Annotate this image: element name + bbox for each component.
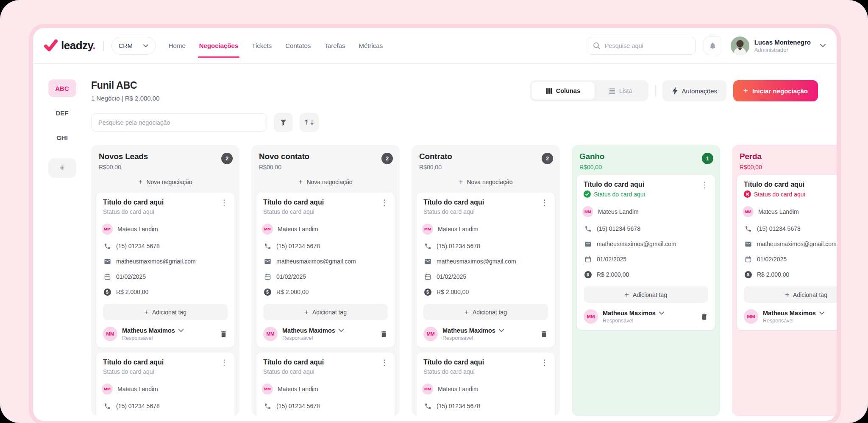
funnel-item-ghi[interactable]: GHI xyxy=(48,129,76,146)
date-value: 01/02/2025 xyxy=(597,256,626,263)
new-deal-button[interactable]: + Nova negociação xyxy=(91,174,239,192)
funnel-item-abc[interactable]: ABC xyxy=(48,79,76,97)
add-tag-button[interactable]: + Adicionat tag xyxy=(584,286,708,303)
nav-item-home[interactable]: Home xyxy=(168,40,186,51)
view-toggle-columns[interactable]: Colunas xyxy=(531,82,595,100)
owner-select[interactable]: Matheus Maximos xyxy=(763,310,824,317)
profile-name: Lucas Montenegro xyxy=(754,39,811,46)
column-header: Perda R$00,00 xyxy=(732,145,837,174)
card-status-text: Status do card aqui xyxy=(754,191,805,198)
nav-item-contatos[interactable]: Contatos xyxy=(285,40,311,51)
card-rows: MM Mateus Landim (15) 01234 5678 matheus… xyxy=(744,202,837,282)
delete-card-button[interactable] xyxy=(380,330,388,338)
card-status: Status do card aqui xyxy=(744,190,837,198)
plus-icon: + xyxy=(138,178,142,186)
calendar-icon xyxy=(424,273,431,280)
owner-name: Matheus Maximos xyxy=(442,327,495,334)
nav-item-tickets[interactable]: Tickets xyxy=(251,40,272,51)
card-rows: MM Mateus Landim (15) 01234 5678 xyxy=(263,379,388,414)
card-contact-row: MM Mateus Landim xyxy=(263,219,388,238)
phone-icon xyxy=(424,243,431,250)
card-menu-button[interactable]: ⋮ xyxy=(379,198,389,207)
list-icon xyxy=(609,88,615,94)
nav-item-negociacoes[interactable]: Negociações xyxy=(199,40,239,51)
card-amount-row: $ R$ 2.000,00 xyxy=(744,267,837,282)
card-status-text: Status do card aqui xyxy=(594,191,645,198)
columns-icon xyxy=(546,88,552,94)
card-menu-button[interactable]: ⋮ xyxy=(540,358,550,367)
add-tag-button[interactable]: + Adicionat tag xyxy=(744,286,837,303)
column-heading: Novo contato R$00,00 xyxy=(259,152,309,171)
column-title: Contrato xyxy=(419,152,452,161)
owner-name: Matheus Maximos xyxy=(603,310,656,317)
contact-name: Mateus Landim xyxy=(438,386,479,392)
column-title: Novo contato xyxy=(259,152,309,161)
owner-role: Responsável xyxy=(122,335,184,341)
lightning-icon xyxy=(672,87,678,95)
card-date-row: 01/02/2025 xyxy=(744,252,837,267)
deal-card[interactable]: Título do card aqui Status do card aqui … xyxy=(96,193,234,347)
bell-icon xyxy=(709,42,717,50)
card-title: Título do card aqui xyxy=(423,199,548,206)
card-menu-button[interactable]: ⋮ xyxy=(540,198,550,207)
card-menu-button[interactable]: ⋮ xyxy=(219,358,229,367)
deal-card[interactable]: Título do card aqui Status do card aqui … xyxy=(96,353,234,416)
filter-icon xyxy=(280,119,287,126)
contact-avatar: MM xyxy=(582,206,593,217)
plus-icon: + xyxy=(743,86,748,95)
new-deal-button[interactable]: + Nova negociação xyxy=(251,174,400,192)
deal-card[interactable]: Título do card aqui Status do card aqui … xyxy=(417,193,555,347)
deal-card[interactable]: Título do card aqui Status do card aqui … xyxy=(577,175,715,330)
card-contact-row: MM Mateus Landim xyxy=(103,219,228,238)
new-deal-button[interactable]: + Nova negociação xyxy=(412,174,560,192)
deal-card[interactable]: Título do card aqui Status do card aqui … xyxy=(256,353,395,416)
deal-card[interactable]: Título do card aqui Status do card aqui … xyxy=(737,175,837,330)
contact-name: Mateus Landim xyxy=(278,386,318,392)
owner-select[interactable]: Matheus Maximos xyxy=(442,327,504,334)
card-footer: MM Matheus Maximos Responsável xyxy=(263,327,388,341)
delete-card-button[interactable] xyxy=(220,330,228,338)
nav-item-metricas[interactable]: Métricas xyxy=(359,40,384,51)
add-funnel-button[interactable]: + xyxy=(48,158,76,178)
card-phone-row: (15) 01234 5678 xyxy=(103,238,228,254)
workspace-select[interactable]: CRM xyxy=(111,37,156,55)
card-menu-button[interactable]: ⋮ xyxy=(700,180,710,189)
card-email-row: matheusmaximos@gmail.com xyxy=(263,254,388,269)
start-negotiation-button[interactable]: + Iniciar negociação xyxy=(733,80,818,101)
phone-value: (15) 01234 5678 xyxy=(757,225,801,232)
nav-item-tarefas[interactable]: Tarefas xyxy=(324,40,345,51)
card-rows: MM Mateus Landim (15) 01234 5678 matheus… xyxy=(103,219,228,300)
delete-card-button[interactable] xyxy=(540,330,548,338)
amount-value: R$ 2.000,00 xyxy=(597,271,629,278)
email-value: matheusmaximos@gmail.com xyxy=(757,241,837,247)
card-status-text: Status do card aqui xyxy=(423,368,475,375)
notifications-button[interactable] xyxy=(704,36,722,55)
sort-button[interactable]: ↑↓ xyxy=(300,113,319,132)
filter-button[interactable] xyxy=(274,113,293,132)
cards: Título do card aqui Status do card aqui … xyxy=(732,174,837,335)
deal-search-input[interactable] xyxy=(98,119,260,126)
owner-select[interactable]: Matheus Maximos xyxy=(122,327,184,334)
deal-card[interactable]: Título do card aqui Status do card aqui … xyxy=(417,353,555,416)
owner-name: Matheus Maximos xyxy=(282,327,335,334)
profile-menu[interactable]: Lucas Montenegro Administrador xyxy=(731,36,826,55)
funnel-item-def[interactable]: DEF xyxy=(48,104,76,122)
add-tag-button[interactable]: + Adicionat tag xyxy=(103,304,228,320)
card-status: Status do card aqui xyxy=(423,368,548,375)
card-email-row: matheusmaximos@gmail.com xyxy=(744,236,837,252)
contact-avatar: MM xyxy=(262,224,273,235)
owner-select[interactable]: Matheus Maximos xyxy=(603,310,664,317)
card-menu-button[interactable]: ⋮ xyxy=(219,198,229,207)
add-tag-label: Adicionat tag xyxy=(633,291,667,298)
owner-select[interactable]: Matheus Maximos xyxy=(282,327,344,334)
global-search-input[interactable] xyxy=(605,42,690,49)
deal-card[interactable]: Título do card aqui Status do card aqui … xyxy=(256,193,395,347)
view-toggle-list[interactable]: Lista xyxy=(595,82,647,100)
card-menu-button[interactable]: ⋮ xyxy=(379,358,389,367)
add-tag-button[interactable]: + Adicionat tag xyxy=(263,304,388,320)
delete-card-button[interactable] xyxy=(700,313,708,321)
email-value: matheusmaximos@gmail.com xyxy=(116,258,196,265)
automations-button[interactable]: Automações xyxy=(662,80,726,101)
add-tag-button[interactable]: + Adicionat tag xyxy=(423,304,548,320)
logo-check-icon xyxy=(44,39,58,52)
